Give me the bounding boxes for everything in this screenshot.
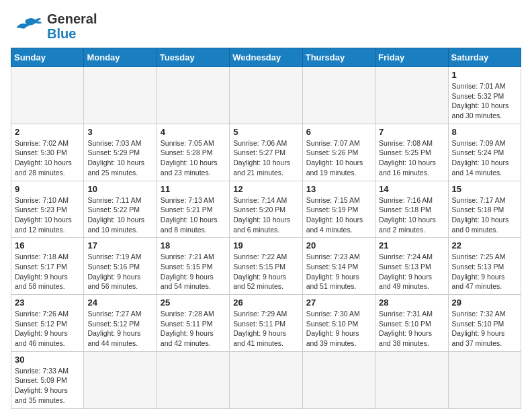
calendar-cell: 1Sunrise: 7:01 AM Sunset: 5:32 PM Daylig…	[448, 67, 521, 124]
day-number: 29	[452, 298, 517, 308]
day-info: Sunrise: 7:09 AM Sunset: 5:24 PM Dayligh…	[452, 138, 517, 178]
calendar-week-row: 9Sunrise: 7:10 AM Sunset: 5:23 PM Daylig…	[11, 181, 521, 238]
logo-text: General Blue	[47, 11, 97, 41]
day-info: Sunrise: 7:32 AM Sunset: 5:10 PM Dayligh…	[452, 309, 517, 349]
calendar-cell: 21Sunrise: 7:24 AM Sunset: 5:13 PM Dayli…	[375, 238, 448, 295]
day-info: Sunrise: 7:16 AM Sunset: 5:18 PM Dayligh…	[379, 195, 444, 235]
calendar-cell: 28Sunrise: 7:31 AM Sunset: 5:10 PM Dayli…	[375, 295, 448, 352]
calendar-week-row: 23Sunrise: 7:26 AM Sunset: 5:12 PM Dayli…	[11, 295, 521, 352]
day-number: 16	[15, 240, 80, 250]
day-info: Sunrise: 7:14 AM Sunset: 5:20 PM Dayligh…	[233, 195, 298, 235]
calendar-cell: 4Sunrise: 7:05 AM Sunset: 5:28 PM Daylig…	[157, 124, 229, 181]
calendar-cell: 7Sunrise: 7:08 AM Sunset: 5:25 PM Daylig…	[375, 124, 448, 181]
day-info: Sunrise: 7:15 AM Sunset: 5:19 PM Dayligh…	[306, 195, 371, 235]
day-number: 30	[15, 355, 80, 365]
day-info: Sunrise: 7:26 AM Sunset: 5:12 PM Dayligh…	[15, 309, 80, 349]
calendar-cell: 26Sunrise: 7:29 AM Sunset: 5:11 PM Dayli…	[230, 295, 302, 352]
page-header: General Blue	[11, 11, 521, 41]
day-info: Sunrise: 7:06 AM Sunset: 5:27 PM Dayligh…	[233, 138, 298, 178]
day-info: Sunrise: 7:01 AM Sunset: 5:32 PM Dayligh…	[452, 81, 517, 121]
calendar-cell	[302, 67, 375, 124]
calendar-cell	[157, 67, 229, 124]
day-number: 1	[452, 70, 517, 80]
calendar-cell: 20Sunrise: 7:23 AM Sunset: 5:14 PM Dayli…	[302, 238, 375, 295]
day-info: Sunrise: 7:02 AM Sunset: 5:30 PM Dayligh…	[15, 138, 80, 178]
weekday-header: Wednesday	[230, 48, 302, 67]
day-info: Sunrise: 7:27 AM Sunset: 5:12 PM Dayligh…	[87, 309, 152, 349]
calendar-cell: 19Sunrise: 7:22 AM Sunset: 5:15 PM Dayli…	[230, 238, 302, 295]
day-info: Sunrise: 7:07 AM Sunset: 5:26 PM Dayligh…	[306, 138, 371, 178]
day-number: 5	[233, 127, 298, 137]
day-info: Sunrise: 7:25 AM Sunset: 5:13 PM Dayligh…	[452, 252, 517, 291]
day-number: 20	[306, 240, 371, 250]
day-number: 2	[15, 127, 80, 137]
calendar-cell: 16Sunrise: 7:18 AM Sunset: 5:17 PM Dayli…	[11, 238, 84, 295]
day-number: 25	[161, 298, 226, 308]
calendar-cell: 18Sunrise: 7:21 AM Sunset: 5:15 PM Dayli…	[157, 238, 229, 295]
day-number: 17	[87, 240, 152, 250]
day-number: 22	[452, 240, 517, 250]
calendar-cell: 6Sunrise: 7:07 AM Sunset: 5:26 PM Daylig…	[302, 124, 375, 181]
calendar-cell: 23Sunrise: 7:26 AM Sunset: 5:12 PM Dayli…	[11, 295, 84, 352]
day-info: Sunrise: 7:10 AM Sunset: 5:23 PM Dayligh…	[15, 195, 80, 235]
calendar-cell: 2Sunrise: 7:02 AM Sunset: 5:30 PM Daylig…	[11, 124, 84, 181]
day-info: Sunrise: 7:17 AM Sunset: 5:18 PM Dayligh…	[452, 195, 517, 235]
calendar-cell: 27Sunrise: 7:30 AM Sunset: 5:10 PM Dayli…	[302, 295, 375, 352]
calendar-cell: 22Sunrise: 7:25 AM Sunset: 5:13 PM Dayli…	[448, 238, 521, 295]
day-info: Sunrise: 7:23 AM Sunset: 5:14 PM Dayligh…	[306, 252, 371, 291]
weekday-header: Tuesday	[157, 48, 229, 67]
weekday-header: Thursday	[302, 48, 375, 67]
calendar-cell: 29Sunrise: 7:32 AM Sunset: 5:10 PM Dayli…	[448, 295, 521, 352]
day-number: 15	[452, 184, 517, 194]
day-info: Sunrise: 7:08 AM Sunset: 5:25 PM Dayligh…	[379, 138, 444, 178]
calendar-cell: 24Sunrise: 7:27 AM Sunset: 5:12 PM Dayli…	[84, 295, 157, 352]
calendar-week-row: 30Sunrise: 7:33 AM Sunset: 5:09 PM Dayli…	[11, 351, 521, 408]
calendar-cell	[157, 351, 229, 408]
day-number: 8	[452, 127, 517, 137]
day-info: Sunrise: 7:11 AM Sunset: 5:22 PM Dayligh…	[87, 195, 152, 235]
day-number: 13	[306, 184, 371, 194]
day-info: Sunrise: 7:22 AM Sunset: 5:15 PM Dayligh…	[233, 252, 298, 291]
day-info: Sunrise: 7:31 AM Sunset: 5:10 PM Dayligh…	[379, 309, 444, 349]
calendar-cell: 10Sunrise: 7:11 AM Sunset: 5:22 PM Dayli…	[84, 181, 157, 238]
calendar-cell: 30Sunrise: 7:33 AM Sunset: 5:09 PM Dayli…	[11, 351, 84, 408]
calendar-cell	[230, 67, 302, 124]
day-info: Sunrise: 7:03 AM Sunset: 5:29 PM Dayligh…	[87, 138, 152, 178]
day-number: 18	[161, 240, 226, 250]
day-info: Sunrise: 7:29 AM Sunset: 5:11 PM Dayligh…	[233, 309, 298, 349]
day-number: 9	[15, 184, 80, 194]
day-number: 21	[379, 240, 444, 250]
calendar-cell	[84, 67, 157, 124]
day-number: 24	[87, 298, 152, 308]
day-number: 28	[379, 298, 444, 308]
calendar-cell: 25Sunrise: 7:28 AM Sunset: 5:11 PM Dayli…	[157, 295, 229, 352]
calendar-cell: 14Sunrise: 7:16 AM Sunset: 5:18 PM Dayli…	[375, 181, 448, 238]
weekday-header: Sunday	[11, 48, 84, 67]
calendar-cell: 11Sunrise: 7:13 AM Sunset: 5:21 PM Dayli…	[157, 181, 229, 238]
day-number: 26	[233, 298, 298, 308]
day-number: 7	[379, 127, 444, 137]
day-info: Sunrise: 7:24 AM Sunset: 5:13 PM Dayligh…	[379, 252, 444, 291]
day-info: Sunrise: 7:30 AM Sunset: 5:10 PM Dayligh…	[306, 309, 371, 349]
calendar-cell: 13Sunrise: 7:15 AM Sunset: 5:19 PM Dayli…	[302, 181, 375, 238]
day-number: 14	[379, 184, 444, 194]
day-info: Sunrise: 7:18 AM Sunset: 5:17 PM Dayligh…	[15, 252, 80, 291]
day-info: Sunrise: 7:21 AM Sunset: 5:15 PM Dayligh…	[161, 252, 226, 291]
calendar-cell: 15Sunrise: 7:17 AM Sunset: 5:18 PM Dayli…	[448, 181, 521, 238]
calendar-cell: 5Sunrise: 7:06 AM Sunset: 5:27 PM Daylig…	[230, 124, 302, 181]
calendar-cell	[84, 351, 157, 408]
calendar-cell: 12Sunrise: 7:14 AM Sunset: 5:20 PM Dayli…	[230, 181, 302, 238]
logo: General Blue	[11, 11, 97, 41]
day-number: 23	[15, 298, 80, 308]
day-number: 4	[161, 127, 226, 137]
logo-icon	[11, 11, 44, 41]
day-number: 10	[87, 184, 152, 194]
weekday-header: Monday	[84, 48, 157, 67]
calendar-table: SundayMondayTuesdayWednesdayThursdayFrid…	[11, 48, 521, 409]
day-number: 3	[87, 127, 152, 137]
calendar-cell: 8Sunrise: 7:09 AM Sunset: 5:24 PM Daylig…	[448, 124, 521, 181]
weekday-header: Friday	[375, 48, 448, 67]
calendar-cell: 3Sunrise: 7:03 AM Sunset: 5:29 PM Daylig…	[84, 124, 157, 181]
day-info: Sunrise: 7:19 AM Sunset: 5:16 PM Dayligh…	[87, 252, 152, 291]
calendar-cell	[302, 351, 375, 408]
